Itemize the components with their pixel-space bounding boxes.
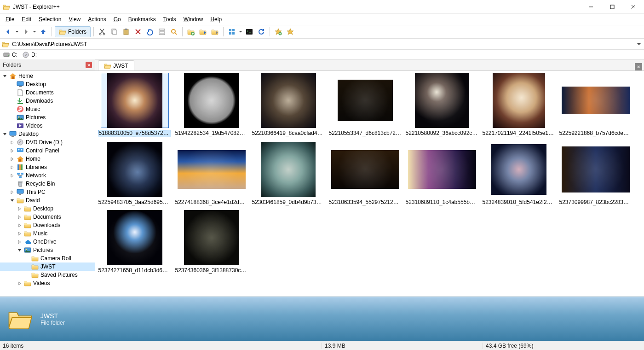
collapse-icon[interactable] xyxy=(17,248,22,252)
tree-node-libraries[interactable]: Libraries xyxy=(0,163,95,171)
address-dropdown[interactable] xyxy=(636,42,642,47)
tree-node-dvd-drive-d-[interactable]: DVD Drive (D:) xyxy=(0,138,95,146)
folders-pane-toggle[interactable]: Folders xyxy=(55,26,91,37)
expand-icon[interactable] xyxy=(9,140,15,145)
menu-file[interactable]: File xyxy=(2,15,18,24)
cut-button[interactable] xyxy=(97,26,108,37)
file-item[interactable]: 52210553347_d6c813cb72_k.... xyxy=(328,73,402,137)
file-item[interactable]: 52374360369_3f1388730c_k.... xyxy=(174,210,249,274)
minimize-button[interactable] xyxy=(581,0,602,14)
folders-panel-close[interactable]: ✕ xyxy=(86,62,92,68)
expand-icon[interactable] xyxy=(17,215,22,219)
tab-close-button[interactable]: ✕ xyxy=(635,63,642,70)
file-view[interactable]: 51888310050_e758d5372b_h.jpg51942282534_… xyxy=(95,71,644,297)
add-bookmark-button[interactable] xyxy=(273,26,284,37)
file-item[interactable]: 51942282534_19d5470826_o.... xyxy=(174,73,249,137)
tree-node-recycle-bin[interactable]: Recycle Bin xyxy=(0,180,95,188)
file-item[interactable]: 52310633594_552975212a_k.... xyxy=(328,142,402,205)
tree-node-saved-pictures[interactable]: Saved Pictures xyxy=(0,271,95,279)
refresh-button[interactable] xyxy=(256,26,267,37)
menu-actions[interactable]: Actions xyxy=(84,15,109,24)
tree-node-videos[interactable]: Videos xyxy=(0,122,95,130)
expand-icon[interactable] xyxy=(17,281,22,286)
tree-node-downloads[interactable]: Downloads xyxy=(0,221,95,229)
copy-button[interactable] xyxy=(109,26,120,37)
tree-node-david[interactable]: David xyxy=(0,196,95,204)
menu-bookmarks[interactable]: Bookmarks xyxy=(125,15,160,24)
forward-button[interactable] xyxy=(20,26,31,37)
move-to-button[interactable] xyxy=(209,26,220,37)
tree-node-control-panel[interactable]: Control Panel xyxy=(0,146,95,155)
tree-node-desktop[interactable]: Desktop xyxy=(0,204,95,213)
file-item[interactable]: 51888310050_e758d5372b_h.jpg xyxy=(97,73,172,137)
menu-window[interactable]: Window xyxy=(180,15,207,24)
file-item[interactable]: 52310689110_1c4ab555b0_k.... xyxy=(404,142,479,205)
expand-icon[interactable] xyxy=(9,165,15,169)
properties-button[interactable] xyxy=(156,26,167,37)
views-button[interactable] xyxy=(226,26,237,37)
file-item[interactable]: 52374271658_d11dcb3d64_o.... xyxy=(97,210,172,274)
expand-icon[interactable] xyxy=(17,223,22,228)
tree-node-desktop[interactable]: Desktop xyxy=(0,130,95,138)
back-history-dropdown[interactable] xyxy=(15,26,19,37)
address-path[interactable]: C:\Users\David\Pictures\JWST xyxy=(11,40,634,48)
menu-view[interactable]: View xyxy=(65,15,84,24)
tree-node-downloads[interactable]: Downloads xyxy=(0,97,95,105)
expand-icon[interactable] xyxy=(17,207,22,211)
views-dropdown[interactable] xyxy=(238,26,243,37)
tree-node-desktop[interactable]: Desktop xyxy=(0,80,95,88)
file-item[interactable]: 52303461859_0db4d9b739_o.... xyxy=(251,142,326,205)
file-item[interactable]: 52324839010_5fd541e2f2_k.jpg xyxy=(481,142,556,205)
tree-node-onedrive[interactable]: OneDrive xyxy=(0,238,95,246)
expand-icon[interactable] xyxy=(17,240,22,244)
delete-button[interactable] xyxy=(132,26,144,37)
copy-to-button[interactable] xyxy=(197,26,208,37)
file-item[interactable]: 52259483705_3aa25d6956_k.... xyxy=(97,142,172,205)
file-item[interactable]: 52259221868_b757d6cdea_k.... xyxy=(558,73,633,137)
file-item[interactable]: 52274188368_3ce4e1d2da_k.... xyxy=(174,142,249,205)
collapse-icon[interactable] xyxy=(9,198,15,203)
back-button[interactable] xyxy=(3,26,14,37)
close-button[interactable] xyxy=(623,0,644,14)
new-folder-button[interactable] xyxy=(185,26,196,37)
drive-d[interactable]: D: xyxy=(22,51,37,58)
tree-node-home[interactable]: Home xyxy=(0,155,95,163)
tree-node-pictures[interactable]: Pictures xyxy=(0,246,95,254)
menu-go[interactable]: Go xyxy=(110,15,125,24)
expand-icon[interactable] xyxy=(17,232,22,236)
expand-icon[interactable] xyxy=(9,174,15,178)
up-button[interactable] xyxy=(38,26,49,37)
tree-node-network[interactable]: Network xyxy=(0,171,95,180)
tree-node-documents[interactable]: Documents xyxy=(0,88,95,97)
file-item[interactable]: 52373099987_823bc2283a_o.... xyxy=(558,142,633,205)
forward-history-dropdown[interactable] xyxy=(32,26,37,37)
bookmarks-button[interactable] xyxy=(285,26,296,37)
expand-icon[interactable] xyxy=(9,157,15,161)
maximize-button[interactable] xyxy=(602,0,623,14)
tree-node-this-pc[interactable]: This PC xyxy=(0,188,95,196)
paste-button[interactable] xyxy=(121,26,132,37)
folder-tree[interactable]: HomeDesktopDocumentsDownloadsMusicPictur… xyxy=(0,71,95,297)
menu-edit[interactable]: Edit xyxy=(18,15,35,24)
tree-node-videos[interactable]: Videos xyxy=(0,279,95,287)
tree-node-music[interactable]: Music xyxy=(0,105,95,113)
file-item[interactable]: 52210580092_36abcc092c_k.... xyxy=(404,73,479,137)
tree-node-music[interactable]: Music xyxy=(0,229,95,238)
tab-jwst[interactable]: JWST xyxy=(98,60,134,70)
drive-c[interactable]: C: xyxy=(3,51,17,58)
tree-node-pictures[interactable]: Pictures xyxy=(0,113,95,122)
tree-node-documents[interactable]: Documents xyxy=(0,213,95,221)
expand-icon[interactable] xyxy=(9,190,15,194)
terminal-button[interactable] xyxy=(244,26,255,37)
menu-selection[interactable]: Selection xyxy=(35,15,65,24)
menu-help[interactable]: Help xyxy=(207,15,225,24)
collapse-icon[interactable] xyxy=(2,132,7,136)
tree-node-home[interactable]: Home xyxy=(0,72,95,80)
collapse-icon[interactable] xyxy=(2,74,7,78)
tree-node-jwst[interactable]: JWST xyxy=(0,262,95,271)
search-button[interactable] xyxy=(168,26,179,37)
menu-tools[interactable]: Tools xyxy=(160,15,180,24)
expand-icon[interactable] xyxy=(9,149,15,153)
undo-button[interactable] xyxy=(144,26,155,37)
file-item[interactable]: 52217021194_2241f505e1_k.... xyxy=(481,73,556,137)
